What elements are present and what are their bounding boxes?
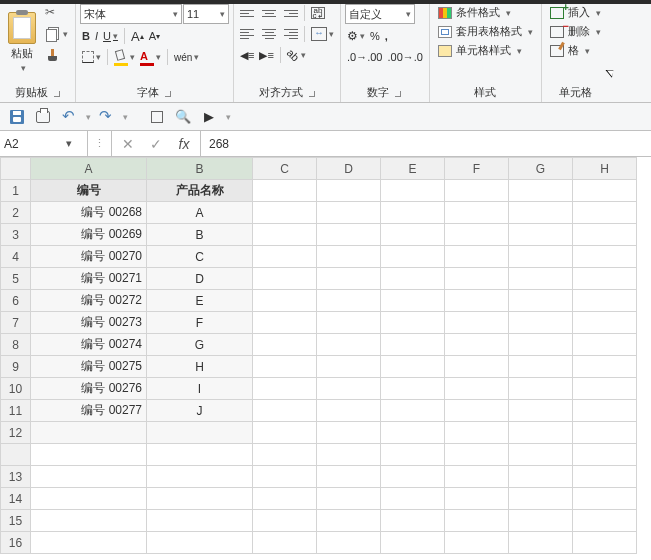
cell[interactable] [445, 378, 509, 400]
cell-B6[interactable]: E [147, 290, 253, 312]
cell[interactable] [253, 312, 317, 334]
cell[interactable] [253, 268, 317, 290]
cell[interactable] [253, 422, 317, 444]
increase-decimal-button[interactable]: .0→.00 [345, 48, 384, 66]
col-header-D[interactable]: D [317, 158, 381, 180]
row-header-16[interactable]: 16 [1, 532, 31, 554]
cell[interactable] [381, 202, 445, 224]
cell[interactable] [317, 356, 381, 378]
cell-A9[interactable]: 编号 00275 [31, 356, 147, 378]
cell[interactable] [445, 400, 509, 422]
cell-A3[interactable]: 编号 00269 [31, 224, 147, 246]
cell-A8[interactable]: 编号 00274 [31, 334, 147, 356]
cell[interactable] [253, 378, 317, 400]
underline-button[interactable]: U▾ [101, 27, 120, 45]
cell[interactable] [253, 488, 317, 510]
cell[interactable] [381, 400, 445, 422]
cell[interactable] [445, 180, 509, 202]
cell-A1[interactable]: 编号 [31, 180, 147, 202]
cell[interactable] [381, 180, 445, 202]
cell[interactable] [573, 488, 637, 510]
dialog-launcher-icon[interactable] [162, 88, 172, 98]
cell[interactable] [509, 224, 573, 246]
font-size-select[interactable]: 11▾ [183, 4, 229, 24]
cell[interactable] [445, 422, 509, 444]
cell-A2[interactable]: 编号 00268 [31, 202, 147, 224]
cell-B4[interactable]: C [147, 246, 253, 268]
col-header-G[interactable]: G [509, 158, 573, 180]
cell[interactable] [381, 246, 445, 268]
comma-button[interactable]: , [383, 27, 390, 45]
col-header-B[interactable]: B [147, 158, 253, 180]
cell[interactable] [445, 290, 509, 312]
decrease-indent-button[interactable]: ◀≡ [238, 46, 256, 64]
cell[interactable] [445, 488, 509, 510]
cancel-formula-button[interactable]: ✕ [118, 134, 138, 154]
row-header-7[interactable]: 7 [1, 312, 31, 334]
col-header-H[interactable]: H [573, 158, 637, 180]
row-header-15[interactable]: 15 [1, 510, 31, 532]
cell-A4[interactable]: 编号 00270 [31, 246, 147, 268]
dialog-launcher-icon[interactable] [392, 88, 402, 98]
cell[interactable] [573, 466, 637, 488]
cell[interactable] [317, 400, 381, 422]
phonetic-button[interactable]: wén▾ [172, 48, 201, 66]
border-button[interactable]: ▾ [80, 48, 103, 66]
cell-B9[interactable]: H [147, 356, 253, 378]
cell[interactable] [573, 422, 637, 444]
cell[interactable] [253, 246, 317, 268]
cell[interactable] [573, 202, 637, 224]
format-cells-button[interactable]: 格▾ [546, 42, 605, 59]
cell[interactable] [381, 290, 445, 312]
qat-item-1[interactable] [146, 106, 168, 128]
cell[interactable] [381, 466, 445, 488]
cell[interactable] [253, 400, 317, 422]
row-header-13[interactable]: 13 [1, 466, 31, 488]
copy-button[interactable]: ▾ [42, 24, 71, 44]
cell[interactable] [147, 510, 253, 532]
cell[interactable] [573, 180, 637, 202]
cell-A5[interactable]: 编号 00271 [31, 268, 147, 290]
cell[interactable] [31, 532, 147, 554]
name-box[interactable]: ▾ [0, 131, 88, 156]
cell-A11[interactable]: 编号 00277 [31, 400, 147, 422]
cell[interactable] [317, 202, 381, 224]
dialog-launcher-icon[interactable] [306, 88, 316, 98]
row-header-4[interactable]: 4 [1, 246, 31, 268]
cell[interactable] [317, 466, 381, 488]
cell[interactable] [445, 202, 509, 224]
cell[interactable] [253, 224, 317, 246]
cell[interactable] [253, 466, 317, 488]
cell[interactable] [381, 334, 445, 356]
cell[interactable] [445, 224, 509, 246]
decrease-decimal-button[interactable]: .00→.0 [385, 48, 424, 66]
italic-button[interactable]: I [93, 27, 100, 45]
align-left-button[interactable] [238, 25, 258, 43]
paste-button[interactable]: 粘贴 ▾ [4, 2, 40, 83]
row-header-9[interactable]: 9 [1, 356, 31, 378]
row-header-5[interactable]: 5 [1, 268, 31, 290]
cell[interactable] [509, 334, 573, 356]
row-header-1[interactable]: 1 [1, 180, 31, 202]
cell[interactable] [381, 356, 445, 378]
row-header-12[interactable]: 12 [1, 422, 31, 444]
number-format-select[interactable]: 自定义▾ [345, 4, 415, 24]
grow-font-button[interactable]: A▴ [129, 27, 146, 45]
cell[interactable] [381, 378, 445, 400]
cell[interactable] [509, 202, 573, 224]
align-bottom-button[interactable] [280, 4, 300, 22]
row-header-3[interactable]: 3 [1, 224, 31, 246]
cell-B11[interactable]: J [147, 400, 253, 422]
cell[interactable] [31, 422, 147, 444]
cell-styles-button[interactable]: 单元格样式▾ [434, 42, 537, 59]
currency-button[interactable]: ⚙▾ [345, 27, 367, 45]
cell[interactable] [381, 268, 445, 290]
cell[interactable] [509, 246, 573, 268]
bold-button[interactable]: B [80, 27, 92, 45]
cell[interactable] [509, 510, 573, 532]
cell[interactable] [509, 488, 573, 510]
cell[interactable] [317, 180, 381, 202]
chevron-down-icon[interactable]: ▾ [60, 137, 78, 150]
cell[interactable] [573, 356, 637, 378]
row-header-10[interactable]: 10 [1, 378, 31, 400]
